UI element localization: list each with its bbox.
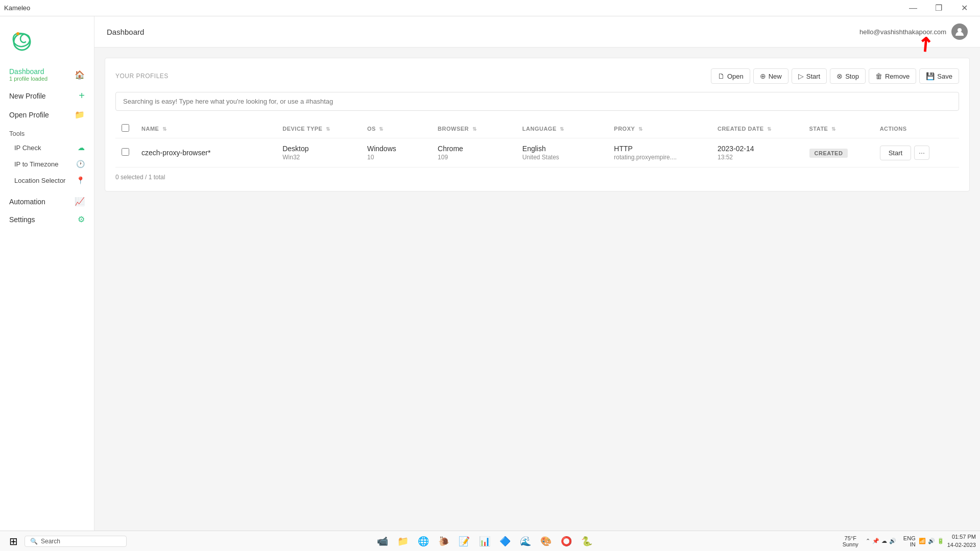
svg-point-1 <box>16 32 19 35</box>
sidebar-settings-label: Settings <box>9 215 35 224</box>
sidebar-automation-label: Automation <box>9 198 45 206</box>
row-more-button[interactable]: ··· <box>914 146 929 160</box>
sidebar-item-ip-check[interactable]: IP Check ☁ <box>0 139 94 156</box>
profile-language: English <box>522 145 602 153</box>
main-header: Dashboard hello@vashishthakapoor.com <box>94 16 980 47</box>
gear-icon: ⚙ <box>78 214 85 224</box>
taskbar-kameleo-icon[interactable]: 🐌 <box>435 532 453 550</box>
th-created-date[interactable]: CREATED DATE ⇅ <box>711 119 803 138</box>
sidebar-item-location-selector[interactable]: Location Selector 📍 <box>0 172 94 188</box>
th-language[interactable]: LANGUAGE ⇅ <box>516 119 608 138</box>
th-actions: ACTIONS <box>874 119 959 138</box>
trash-icon: 🗑 <box>875 72 882 80</box>
save-button[interactable]: 💾 Save <box>919 68 959 84</box>
th-os[interactable]: OS ⇅ <box>361 119 432 138</box>
profiles-table: NAME ⇅ DEVICE TYPE ⇅ OS ⇅ BROWSER ⇅ LANG <box>115 119 959 167</box>
device-sort-icon: ⇅ <box>326 126 330 132</box>
sidebar-logo <box>0 22 94 63</box>
user-info: hello@vashishthakapoor.com <box>859 23 968 40</box>
folder-icon: 📁 <box>75 110 85 119</box>
lang-block: ENG IN <box>903 535 916 547</box>
th-browser[interactable]: BROWSER ⇅ <box>432 119 516 138</box>
start-toolbar-button[interactable]: ▷ Start <box>792 68 827 84</box>
stop-icon: ⊗ <box>836 72 843 80</box>
profile-name: czech-proxy-browser* <box>141 149 270 157</box>
row-actions-cell: Start ··· <box>874 138 959 167</box>
speaker-icon[interactable]: 🔊 <box>928 538 935 544</box>
taskbar-icon-2[interactable]: ☁ <box>881 538 887 544</box>
titlebar: Kameleo — ❐ ✕ <box>0 0 980 16</box>
home-icon: 🏠 <box>75 70 85 80</box>
row-checkbox-cell <box>115 138 135 167</box>
maximize-button[interactable]: ❐ <box>927 0 950 16</box>
profiles-panel: YOUR PROFILES 🗋 Open ⊕ New ▷ Start <box>105 58 970 191</box>
remove-button[interactable]: 🗑 Remove <box>869 68 916 84</box>
row-action-buttons: Start ··· <box>880 146 953 160</box>
close-button[interactable]: ✕ <box>952 0 976 16</box>
profile-created-time: 13:52 <box>718 154 797 161</box>
chevron-icon[interactable]: ⌃ <box>866 538 870 544</box>
th-device-type[interactable]: DEVICE TYPE ⇅ <box>276 119 361 138</box>
svg-point-2 <box>958 28 962 32</box>
taskbar-search-label: Search <box>41 538 60 545</box>
user-email: hello@vashishthakapoor.com <box>859 28 946 36</box>
row-start-button[interactable]: Start <box>880 146 911 160</box>
profile-os-sub: 10 <box>367 154 425 161</box>
row-state-cell: CREATED <box>803 138 874 167</box>
taskbar-kameleo2-icon[interactable]: 🐍 <box>578 532 596 550</box>
cloud-upload-icon: ☁ <box>78 143 85 152</box>
row-name-cell: czech-proxy-browser* <box>135 138 276 167</box>
taskbar-adobe-xd-icon[interactable]: 🎨 <box>537 532 555 550</box>
main-content: Dashboard hello@vashishthakapoor.com YOU… <box>94 16 980 531</box>
row-proxy-cell: HTTP rotating.proxyempire.... <box>608 138 711 167</box>
open-icon: 🗋 <box>718 72 725 80</box>
sidebar-dashboard-subtitle: 1 profile loaded <box>9 76 47 82</box>
sidebar-item-ip-to-timezone[interactable]: IP to Timezone 🕐 <box>0 156 94 172</box>
taskbar-app5-icon[interactable]: 📊 <box>475 532 494 550</box>
taskbar-icon-1[interactable]: 📌 <box>872 538 879 544</box>
taskbar-icon-3[interactable]: 🔊 <box>889 538 896 544</box>
taskbar-vscode-icon[interactable]: 📝 <box>455 532 473 550</box>
start-menu-button[interactable]: ⊞ <box>4 532 22 550</box>
profile-device-type: Desktop <box>282 145 355 153</box>
location-selector-label: Location Selector <box>14 177 65 184</box>
taskbar-app6-icon[interactable]: 🔷 <box>496 532 514 550</box>
sidebar-item-dashboard[interactable]: Dashboard 1 profile loaded 🏠 <box>0 63 94 86</box>
taskbar-right: 75°F Sunny ⌃ 📌 ☁ 🔊 ENG IN 📶 🔊 🔋 01:57 PM… <box>843 533 976 549</box>
th-proxy[interactable]: PROXY ⇅ <box>608 119 711 138</box>
new-circle-icon: ⊕ <box>760 72 766 80</box>
open-button[interactable]: 🗋 Open <box>711 68 750 84</box>
taskbar-search[interactable]: 🔍 Search <box>25 536 127 547</box>
stop-button[interactable]: ⊗ Stop <box>830 68 866 84</box>
sidebar-dashboard-label: Dashboard <box>9 67 47 76</box>
profiles-section-title: YOUR PROFILES <box>115 73 169 80</box>
region-label: IN <box>903 541 916 547</box>
profiles-actions: 🗋 Open ⊕ New ▷ Start ⊗ Stop <box>711 68 959 84</box>
sidebar-item-open-profile[interactable]: Open Profile 📁 <box>0 106 94 124</box>
sidebar-item-new-profile[interactable]: New Profile + <box>0 86 94 106</box>
row-browser-cell: Chrome 109 <box>432 138 516 167</box>
app-title: Kameleo <box>4 4 30 12</box>
th-state[interactable]: STATE ⇅ <box>803 119 874 138</box>
profile-device-sub: Win32 <box>282 154 355 161</box>
row-language-cell: English United States <box>516 138 608 167</box>
row-checkbox[interactable] <box>122 148 129 156</box>
table-header: NAME ⇅ DEVICE TYPE ⇅ OS ⇅ BROWSER ⇅ LANG <box>115 119 959 138</box>
taskbar-explorer-icon[interactable]: 📁 <box>394 532 412 550</box>
battery-icon[interactable]: 🔋 <box>937 538 944 544</box>
taskbar-teams-icon[interactable]: 📹 <box>373 532 392 550</box>
th-name[interactable]: NAME ⇅ <box>135 119 276 138</box>
sidebar-item-automation[interactable]: Automation 📈 <box>0 193 94 210</box>
taskbar-chrome-icon[interactable]: 🌐 <box>414 532 433 550</box>
wifi-icon[interactable]: 📶 <box>919 538 926 544</box>
search-input[interactable] <box>115 92 959 111</box>
select-all-checkbox[interactable] <box>122 124 129 132</box>
avatar <box>951 23 968 40</box>
minimize-button[interactable]: — <box>901 0 925 16</box>
os-sort-icon: ⇅ <box>379 126 384 132</box>
taskbar-edge-icon[interactable]: 🌊 <box>516 532 535 550</box>
sidebar: Dashboard 1 profile loaded 🏠 New Profile… <box>0 16 94 531</box>
new-button[interactable]: ⊕ New <box>753 68 788 84</box>
taskbar-opera-icon[interactable]: ⭕ <box>557 532 576 550</box>
sidebar-item-settings[interactable]: Settings ⚙ <box>0 210 94 228</box>
